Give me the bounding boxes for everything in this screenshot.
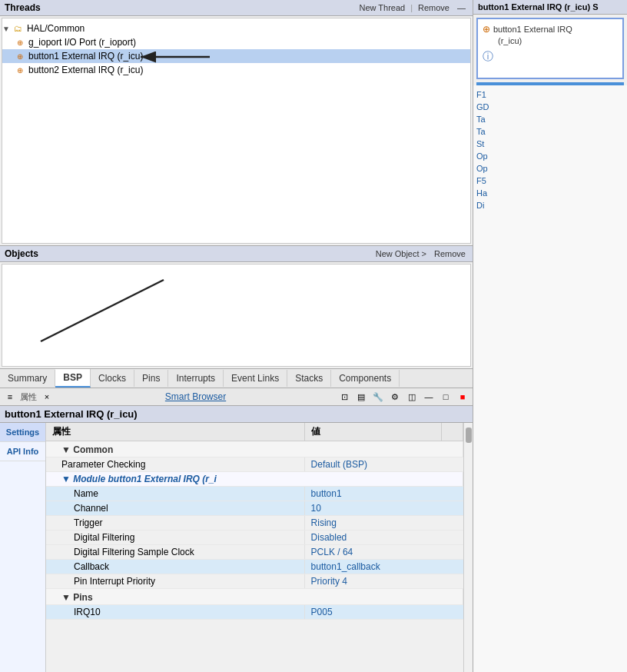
tree-child-button2-label: button2 External IRQ (r_icu) — [28, 65, 143, 75]
toolbar-icon-filter[interactable]: ▤ — [354, 390, 368, 404]
box-subtitle: (r_icu) — [483, 36, 618, 45]
new-thread-button[interactable]: New Thread — [357, 2, 407, 13]
tab-pins[interactable]: Pins — [134, 370, 168, 387]
right-panel: button1 External IRQ (r_icu) S ⊕ button1… — [473, 0, 627, 672]
list-item[interactable]: Di — [476, 199, 624, 211]
prop-name: Digital Filtering Sample Clock — [46, 545, 304, 560]
prop-extra — [441, 516, 463, 531]
settings-sidebar: Settings API Info — [0, 423, 46, 672]
toolbar-icon-layout2[interactable]: — — [422, 390, 436, 404]
prop-name: IRQ10 — [46, 605, 304, 620]
tree-root-item[interactable]: ▼ 🗂 HAL/Common — [2, 22, 470, 35]
tab-interrupts[interactable]: Interrupts — [168, 370, 224, 387]
prop-extra — [441, 560, 463, 574]
toolbar-icon-copy[interactable]: ⚙ — [388, 390, 402, 404]
prop-value: Rising — [304, 516, 441, 531]
right-panel-list: F1GDTaTaStOpOpF5HaDi — [473, 85, 627, 672]
prop-extra — [441, 457, 463, 472]
list-item[interactable]: St — [476, 138, 624, 150]
tab-summary[interactable]: Summary — [0, 370, 55, 387]
right-panel-header: button1 External IRQ (r_icu) S — [473, 0, 627, 15]
prop-value: Priority 4 — [304, 574, 441, 589]
api-info-button[interactable]: API Info — [0, 442, 45, 461]
toolbar-icon-layout3[interactable]: □ — [439, 390, 453, 404]
list-item[interactable]: Op — [476, 162, 624, 175]
threads-section: Threads New Thread | Remove — ▼ 🗂 HAL/Co… — [0, 0, 473, 246]
list-item[interactable]: Ta — [476, 125, 624, 138]
table-row[interactable]: Name button1 — [46, 487, 463, 501]
table-row[interactable]: Digital Filtering Sample Clock PCLK / 64 — [46, 545, 463, 560]
tab-stacks[interactable]: Stacks — [287, 370, 331, 387]
subsection-label: ▼ Module button1 External IRQ (r_i — [46, 472, 463, 487]
prop-extra — [441, 545, 463, 560]
scrollbar[interactable] — [463, 423, 473, 672]
tree-root-label: HAL/Common — [27, 23, 85, 34]
prop-name: Callback — [46, 560, 304, 574]
col-property-header: 属性 — [46, 423, 304, 441]
tree-child-button2[interactable]: ⊕ button2 External IRQ (r_icu) — [2, 63, 470, 77]
props-icon-close[interactable]: × — [40, 390, 54, 404]
toolbar-icon-restore[interactable]: ⊡ — [337, 390, 351, 404]
prop-value: Default (BSP) — [304, 457, 441, 472]
table-row[interactable]: Pin Interrupt Priority Priority 4 — [46, 574, 463, 589]
tab-clocks[interactable]: Clocks — [91, 370, 134, 387]
prop-name: Name — [46, 487, 304, 501]
prop-name: Pin Interrupt Priority — [46, 574, 304, 589]
prop-name: Digital Filtering — [46, 531, 304, 545]
tree-child-ioport[interactable]: ⊕ g_ioport I/O Port (r_ioport) — [2, 35, 470, 49]
toolbar-icon-red[interactable]: ■ — [456, 390, 469, 404]
chip-icon-ioport: ⊕ — [15, 37, 25, 48]
props-icon-menu[interactable]: ≡ — [3, 390, 17, 404]
objects-area — [2, 264, 471, 367]
tab-bsp[interactable]: BSP — [55, 369, 91, 388]
props-title-bar: button1 External IRQ (r_icu) — [0, 406, 473, 423]
scrollbar-thumb[interactable] — [466, 427, 472, 443]
toolbar-icon-tool[interactable]: 🔧 — [371, 390, 385, 404]
toolbar-icon-layout1[interactable]: ◫ — [405, 390, 419, 404]
settings-button[interactable]: Settings — [0, 423, 45, 442]
objects-header-buttons: New Object > Remove — [373, 248, 468, 259]
prop-extra — [441, 605, 463, 620]
tree-child-ioport-label: g_ioport I/O Port (r_ioport) — [28, 37, 136, 48]
tab-event-links[interactable]: Event Links — [224, 370, 287, 387]
tabs-bar: Summary BSP Clocks Pins Interrupts Event… — [0, 369, 473, 388]
table-row[interactable]: Trigger Rising — [46, 516, 463, 531]
right-panel-box: ⊕ button1 External IRQ (r_icu) ⓘ — [476, 18, 624, 79]
list-item[interactable]: GD — [476, 101, 624, 113]
prop-name: Trigger — [46, 516, 304, 531]
objects-title: Objects — [5, 248, 38, 259]
threads-remove-button[interactable]: Remove — [416, 2, 452, 13]
table-row[interactable]: Parameter Checking Default (BSP) — [46, 457, 463, 472]
objects-header: Objects New Object > Remove — [0, 246, 473, 262]
threads-header: Threads New Thread | Remove — — [0, 0, 473, 16]
list-item[interactable]: Ta — [476, 113, 624, 125]
chip-icon-button2: ⊕ — [15, 65, 25, 75]
objects-section: Objects New Object > Remove — [0, 246, 473, 369]
smart-browser-link[interactable]: Smart Browser — [165, 391, 226, 402]
folder-icon: 🗂 — [13, 23, 24, 34]
prop-extra — [441, 487, 463, 501]
props-panel: ≡ 属性 × Smart Browser ⊡ ▤ 🔧 ⚙ ◫ — □ ■ but… — [0, 388, 473, 672]
table-row[interactable]: Callback button1_callback — [46, 560, 463, 574]
objects-remove-button[interactable]: Remove — [432, 248, 468, 259]
props-title: button1 External IRQ (r_icu) — [5, 408, 138, 420]
tree-child-button1[interactable]: ⊕ button1 External IRQ (r_icu) — [2, 49, 470, 63]
new-object-button[interactable]: New Object > — [373, 248, 429, 259]
prop-value: 10 — [304, 501, 441, 516]
list-item[interactable]: Ha — [476, 187, 624, 199]
prop-name: Channel — [46, 501, 304, 516]
table-row[interactable]: IRQ10 P005 — [46, 605, 463, 620]
list-item[interactable]: F5 — [476, 175, 624, 187]
prop-value: Disabled — [304, 531, 441, 545]
table-row[interactable]: Digital Filtering Disabled — [46, 531, 463, 545]
col-value-header: 値 — [304, 423, 441, 441]
prop-value: button1_callback — [304, 560, 441, 574]
threads-minimize-button[interactable]: — — [455, 2, 468, 13]
info-icon: ⓘ — [483, 50, 618, 64]
prop-value: P005 — [304, 605, 441, 620]
list-item[interactable]: F1 — [476, 88, 624, 101]
table-row[interactable]: Channel 10 — [46, 501, 463, 516]
tab-components[interactable]: Components — [331, 370, 400, 387]
props-toolbar-label: 属性 — [20, 391, 37, 403]
list-item[interactable]: Op — [476, 150, 624, 162]
